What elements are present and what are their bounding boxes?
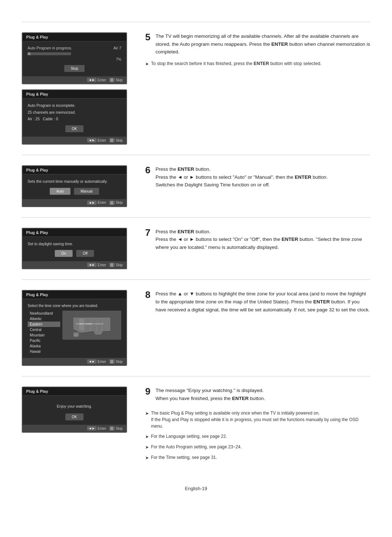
step7-header-row: 7 Press the ENTER button. Press the ◄ or… bbox=[145, 228, 370, 251]
tv-map-area: Newfoundland Atlantic Eastern Central Mo… bbox=[28, 311, 121, 354]
tv-footer-skip-8: ||| Skip bbox=[109, 359, 123, 364]
section-step7: Plug & Play Set to daylight saving time.… bbox=[22, 217, 370, 280]
tv-btn-row-9: OK bbox=[28, 413, 121, 421]
tv-tz-newfoundland: Newfoundland bbox=[28, 311, 60, 316]
footer-notes: ➤ The basic Plug & Play setting is avail… bbox=[145, 410, 370, 461]
tv-header-6: Plug & Play bbox=[23, 166, 126, 174]
step6-main-text: Press the ENTER button. Press the ◄ or ►… bbox=[155, 165, 327, 189]
step-number-6: 6 bbox=[145, 165, 150, 175]
tv-text-channels: 25 channels are memorized. bbox=[28, 110, 121, 115]
arrow-icon-fn3: ➤ bbox=[145, 444, 149, 451]
tv-percent: 7% bbox=[28, 57, 121, 61]
tv-on-button[interactable]: On bbox=[55, 250, 73, 257]
arrow-icon-fn4: ➤ bbox=[145, 455, 149, 461]
right-content-step8: 8 Press the ▲ or ▼ buttons to highlight … bbox=[142, 290, 370, 314]
arrow-icon-5: ➤ bbox=[145, 61, 149, 67]
tv-footer-skip-label-7: Skip bbox=[116, 263, 123, 267]
tv-footer-5a: ◄► Enter ||| Skip bbox=[23, 76, 126, 84]
tv-footer-skip-label: Skip bbox=[116, 78, 123, 82]
us-map-svg: Atlantic Central Mountain Pacific Easter… bbox=[62, 311, 121, 340]
right-content-step9: 9 The message "Enjoy your watching." is … bbox=[142, 387, 370, 461]
svg-text:Central: Central bbox=[85, 323, 92, 325]
tv-off-button[interactable]: Off bbox=[76, 250, 94, 257]
step5-main-text: The TV will begin memorizing all of the … bbox=[155, 32, 370, 56]
tv-footer-skip-7: ||| Skip bbox=[109, 263, 123, 267]
left-panel-step5: Plug & Play Auto Program in progress. Ai… bbox=[22, 32, 131, 145]
tv-footer-8: ◄► Enter ||| Skip bbox=[23, 358, 126, 365]
tv-footer-skip-6: ||| Skip bbox=[109, 201, 123, 205]
tv-map-image: Atlantic Central Mountain Pacific Easter… bbox=[62, 311, 121, 340]
step8-header-row: 8 Press the ▲ or ▼ buttons to highlight … bbox=[145, 290, 370, 314]
tv-footer-skip-label-6: Skip bbox=[116, 201, 123, 205]
tv-ok-button-5b[interactable]: OK bbox=[65, 125, 83, 132]
tv-label-air7: Air 7 bbox=[113, 46, 121, 50]
step5-notes: ➤ To stop the search before it has finis… bbox=[145, 60, 370, 67]
tv-body-5b: Auto Program is incomplete. 25 channels … bbox=[23, 98, 126, 137]
section-step8: Plug & Play Select the time zone where y… bbox=[22, 279, 370, 376]
right-content-step5: 5 The TV will begin memorizing all of th… bbox=[142, 32, 370, 67]
tv-body-5a: Auto Program in progress. Air 7 7% Stop bbox=[23, 41, 126, 76]
left-panel-step6: Plug & Play Sets the current time manual… bbox=[22, 165, 131, 207]
step-number-8: 8 bbox=[145, 290, 150, 299]
tv-tz-atlantic: Atlantic bbox=[28, 316, 60, 322]
enter-icon-7: ◄► bbox=[87, 263, 97, 267]
tv-footer-enter-label: Enter bbox=[98, 78, 106, 82]
tv-footer-enter-9: ◄► Enter bbox=[87, 426, 106, 431]
tv-auto-button[interactable]: Auto bbox=[50, 188, 70, 195]
section-step9: Plug & Play Enjoy your watching. OK ◄► E… bbox=[22, 376, 370, 471]
tv-footer-enter-label-9: Enter bbox=[98, 427, 106, 431]
tv-text-daylight: Set to daylight saving time. bbox=[28, 241, 121, 247]
svg-text:Eastern: Eastern bbox=[79, 323, 85, 325]
tv-text-enjoy: Enjoy your watching. bbox=[28, 404, 121, 409]
right-content-step6: 6 Press the ENTER button. Press the ◄ or… bbox=[142, 165, 370, 189]
footer-note3: ➤ For the Auto Program setting, see page… bbox=[145, 444, 370, 451]
tv-footer-enter-6: ◄► Enter bbox=[87, 201, 106, 205]
tv-progressbar-bg bbox=[28, 52, 71, 55]
tv-manual-button[interactable]: Manual bbox=[74, 188, 99, 195]
tv-stop-button[interactable]: Stop bbox=[64, 65, 85, 72]
section-step5: Plug & Play Auto Program in progress. Ai… bbox=[22, 22, 370, 155]
page-number: English-19 bbox=[22, 486, 370, 491]
tv-timezone-list: Newfoundland Atlantic Eastern Central Mo… bbox=[28, 311, 60, 354]
tv-header-5a: Plug & Play bbox=[23, 33, 126, 41]
tv-footer-skip-5b: ||| Skip bbox=[109, 138, 123, 142]
enter-icon-8: ◄► bbox=[87, 359, 97, 364]
step7-main-text: Press the ENTER button. Press the ◄ or ►… bbox=[155, 228, 370, 251]
tv-footer-enter-8: ◄► Enter bbox=[87, 359, 106, 364]
svg-text:Pacific: Pacific bbox=[98, 323, 104, 325]
step9-header-row: 9 The message "Enjoy your watching." is … bbox=[145, 387, 370, 402]
enter-icon-9: ◄► bbox=[87, 426, 97, 431]
tv-body-7: Set to daylight saving time. On Off bbox=[23, 237, 126, 262]
skip-icon-9: ||| bbox=[109, 426, 115, 431]
step9-main-text: The message "Enjoy your watching." is di… bbox=[155, 387, 265, 402]
footer-note3-text: For the Auto Program setting, see page 2… bbox=[151, 444, 242, 450]
tv-footer-7: ◄► Enter ||| Skip bbox=[23, 261, 126, 268]
section-step6: Plug & Play Sets the current time manual… bbox=[22, 155, 370, 217]
right-content-step7: 7 Press the ENTER button. Press the ◄ or… bbox=[142, 228, 370, 251]
tv-text-air-cable: Air : 25 Cable : 0 bbox=[28, 116, 121, 122]
tv-screen-step9: Plug & Play Enjoy your watching. OK ◄► E… bbox=[22, 387, 127, 433]
skip-icon-8: ||| bbox=[109, 359, 115, 364]
step-number-5: 5 bbox=[145, 32, 150, 42]
tv-btn-row-7: On Off bbox=[28, 249, 121, 258]
tv-tz-central: Central bbox=[28, 327, 60, 332]
tv-footer-enter-label-6: Enter bbox=[98, 201, 106, 205]
tv-body-6: Sets the current time manually or automa… bbox=[23, 174, 126, 199]
tv-body-9: Enjoy your watching. OK bbox=[23, 396, 126, 425]
tv-text-sets-time: Sets the current time manually or automa… bbox=[28, 179, 121, 184]
arrow-icon-fn1: ➤ bbox=[145, 410, 149, 417]
tv-tz-pacific: Pacific bbox=[28, 338, 60, 343]
tv-label-autoprog: Auto Program in progress. bbox=[28, 46, 72, 50]
tv-footer-9: ◄► Enter ||| Skip bbox=[23, 425, 126, 432]
tv-footer-enter-label-8: Enter bbox=[98, 360, 106, 364]
step6-header-row: 6 Press the ENTER button. Press the ◄ or… bbox=[145, 165, 370, 189]
tv-screen-step5a: Plug & Play Auto Program in progress. Ai… bbox=[22, 32, 127, 84]
tv-footer-enter-5b: ◄► Enter bbox=[87, 138, 106, 142]
footer-note2: ➤ For the Language setting, see page 22. bbox=[145, 433, 370, 440]
tv-ok-button-9[interactable]: OK bbox=[65, 413, 83, 420]
left-panel-step9: Plug & Play Enjoy your watching. OK ◄► E… bbox=[22, 387, 131, 433]
step-number-9: 9 bbox=[145, 387, 150, 396]
tv-screen-step7: Plug & Play Set to daylight saving time.… bbox=[22, 228, 127, 270]
tv-footer-5b: ◄► Enter ||| Skip bbox=[23, 137, 126, 144]
tv-header-8: Plug & Play bbox=[23, 291, 126, 299]
